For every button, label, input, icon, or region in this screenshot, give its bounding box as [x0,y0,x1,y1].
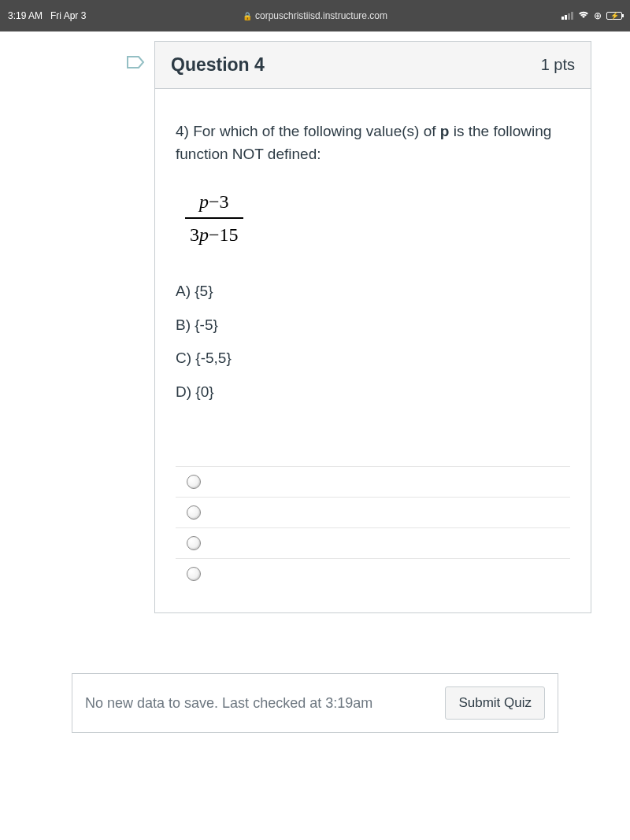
orientation-lock-icon: ⊕ [594,10,602,21]
choice-d: D) {0} [176,381,570,404]
url-text: corpuschristiisd.instructure.com [255,10,387,21]
fraction-denominator: 3p−15 [185,219,243,249]
choice-a: A) {5} [176,280,570,303]
answer-option-4[interactable] [176,558,570,589]
save-status-text: No new data to save. Last checked at 3:1… [85,695,372,712]
prompt-prefix: 4) For which of the following value(s) o… [176,123,440,139]
url-display: 🔒 corpuschristiisd.instructure.com [243,10,387,21]
radio-icon[interactable] [187,475,201,489]
choice-b: B) {-5} [176,314,570,337]
radio-icon[interactable] [187,505,201,520]
question-header: Question 4 1 pts [155,42,591,89]
lock-icon: 🔒 [243,12,252,20]
num-var: p [199,191,209,212]
choice-list: A) {5} B) {-5} C) {-5,5} D) {0} [176,280,570,403]
signal-icon [561,12,573,20]
bookmark-tag-icon [126,54,145,71]
status-date: Fri Apr 3 [50,10,86,21]
den-var: p [199,224,209,245]
den-rest: −15 [209,224,239,245]
answer-option-3[interactable] [176,527,570,558]
question-card: Question 4 1 pts 4) For which of the fol… [154,41,591,613]
radio-icon[interactable] [187,567,201,581]
question-prompt: 4) For which of the following value(s) o… [176,120,570,165]
num-rest: −3 [209,191,229,212]
status-left: 3:19 AM Fri Apr 3 [8,10,86,21]
battery-icon: ⚡ [606,12,622,20]
question-body: 4) For which of the following value(s) o… [155,89,591,612]
status-time: 3:19 AM [8,10,43,21]
quiz-footer: No new data to save. Last checked at 3:1… [72,673,558,733]
status-bar: 3:19 AM Fri Apr 3 🔒 corpuschristiisd.ins… [0,0,630,31]
prompt-variable: p [440,123,450,139]
status-right: ⊕ ⚡ [561,10,622,21]
wifi-icon [578,10,589,21]
math-fraction: p−3 3p−15 [185,187,243,249]
answer-option-1[interactable] [176,466,570,497]
question-title: Question 4 [171,54,265,76]
submit-quiz-button[interactable]: Submit Quiz [445,686,545,720]
fraction-numerator: p−3 [185,187,243,217]
radio-icon[interactable] [187,536,201,550]
answer-option-2[interactable] [176,497,570,527]
den-coef: 3 [190,224,199,245]
question-points: 1 pts [541,56,575,74]
choice-c: C) {-5,5} [176,347,570,370]
answer-options [176,466,570,589]
